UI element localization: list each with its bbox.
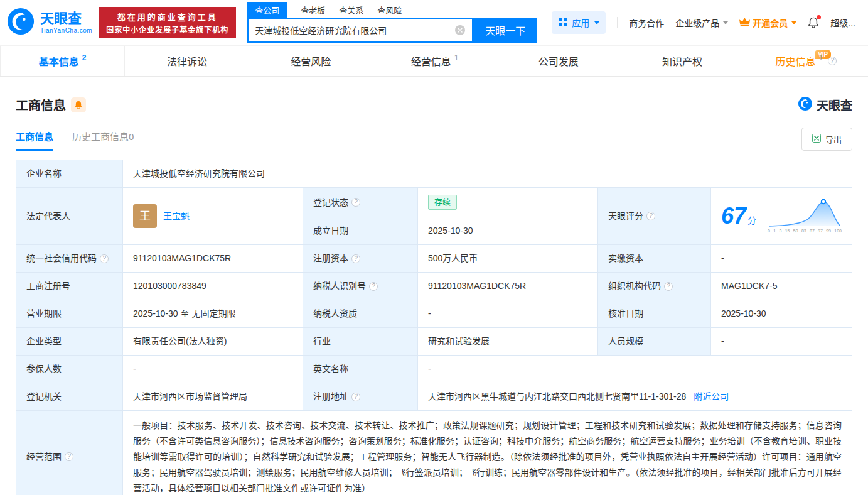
enterprise-label: 企业级产品	[675, 16, 719, 29]
help-icon[interactable]: ?	[351, 393, 360, 401]
industry-label: 行业	[313, 335, 331, 348]
search-tabs: 查公司 查老板 查关系 查风险	[247, 3, 537, 18]
reg-number-value-cell: 120103000783849	[123, 273, 303, 300]
cooperation-label: 商务合作	[629, 16, 664, 29]
org-code-label-cell: 组织机构代码?	[598, 273, 711, 300]
business-scope-label: 经营范围	[26, 450, 62, 464]
search-tab-risk[interactable]: 查风险	[377, 2, 402, 18]
establish-date-value-cell: 2025-10-30	[418, 217, 598, 245]
help-icon[interactable]: ?	[65, 452, 73, 461]
help-icon[interactable]: ?	[100, 254, 109, 263]
help-icon[interactable]: ?	[646, 212, 655, 220]
score-label: 天眼评分	[608, 210, 643, 223]
credit-code-label-cell: 统一社会信用代码?	[16, 245, 123, 273]
nav-open-vip[interactable]: 开通会员	[739, 16, 796, 29]
search-input[interactable]	[249, 25, 454, 35]
score-distribution-chart: 013155083879799100	[768, 197, 842, 235]
main-content: 工商信息 天眼查 工商信息 历史工商信息0 导出 企业名称	[0, 95, 868, 495]
search-button[interactable]: 天眼一下	[473, 18, 537, 43]
taxpayer-id-value: 91120103MAG1DCK75R	[428, 281, 526, 291]
reg-address-label: 注册地址	[313, 390, 348, 403]
tianyancha-logo-icon	[798, 96, 813, 114]
reg-authority-label-cell: 登记机关	[16, 383, 123, 411]
score-unit: 分	[747, 215, 756, 226]
nearby-companies-link[interactable]: 附近公司	[694, 391, 729, 401]
establish-date-label-cell: 成立日期	[303, 217, 418, 245]
help-icon[interactable]: ?	[351, 198, 360, 207]
reg-capital-value-cell: 500万人民币	[418, 245, 598, 273]
staff-size-label-cell: 人员规模	[598, 328, 711, 356]
reg-authority-value-cell: 天津市河西区市场监督管理局	[123, 383, 303, 411]
chevron-down-icon	[723, 21, 728, 24]
nav-enterprise-products[interactable]: 企业级产品	[675, 16, 728, 29]
taxpayer-id-label: 纳税人识别号	[313, 280, 366, 293]
legal-rep-avatar[interactable]: 王	[133, 204, 157, 228]
english-name-label: 英文名称	[313, 362, 348, 376]
search-tab-boss[interactable]: 查老板	[301, 2, 325, 18]
tab-history-info[interactable]: VIP 历史信息 1 ?	[744, 46, 868, 76]
company-name-value-cell: 天津城投低空经济研究院有限公司	[123, 160, 852, 188]
legal-rep-link[interactable]: 王宝魁	[163, 210, 190, 223]
reg-address-value: 天津市河西区黑牛城道与内江北路交口西北侧七贤南里11-1-301-28	[428, 391, 686, 401]
help-icon[interactable]: ?	[369, 282, 378, 291]
reg-capital-label: 注册资本	[313, 252, 348, 265]
paid-capital-value-cell: -	[711, 245, 852, 273]
org-code-label: 组织机构代码	[608, 280, 661, 293]
table-row: 统一社会信用代码? 91120103MAG1DCK75R 注册资本? 500万人…	[16, 245, 852, 273]
chevron-down-icon	[594, 21, 599, 24]
search-box	[247, 18, 473, 43]
tab-operation-info[interactable]: 经营信息 1	[373, 46, 496, 76]
search-tab-company[interactable]: 查公司	[247, 2, 287, 18]
promo-line2: 国家中小企业发展子基金旗下机构	[106, 24, 228, 35]
org-code-value: MAG1DCK7-5	[721, 281, 777, 291]
apps-label: 应用	[572, 16, 589, 29]
search-tab-relation[interactable]: 查关系	[339, 2, 363, 18]
insured-count-label: 参保人数	[26, 362, 62, 376]
nav-cooperation[interactable]: 商务合作	[629, 16, 664, 29]
table-row: 参保人数 - 英文名称 -	[16, 356, 852, 383]
paid-capital-value: -	[721, 253, 724, 263]
company-type-value: 有限责任公司(法人独资)	[133, 336, 227, 346]
notification-dot	[817, 15, 821, 19]
monitor-bell-icon[interactable]	[71, 97, 86, 112]
english-name-value-cell: -	[418, 356, 852, 383]
tab-history-info-label: 历史信息	[775, 53, 815, 68]
table-row: 工商注册号 120103000783849 纳税人识别号? 91120103MA…	[16, 273, 852, 300]
tab-company-development[interactable]: 公司发展	[496, 46, 620, 76]
help-icon[interactable]: ?	[351, 254, 360, 263]
tab-operation-risk[interactable]: 经营风险	[249, 46, 373, 76]
score-axis-labels: 013155083879799100	[768, 228, 842, 235]
tianyancha-logo[interactable]: 天眼查 TianYanCha.com	[6, 7, 92, 38]
business-scope-label-cell: 经营范围?	[16, 411, 123, 495]
reg-capital-label-cell: 注册资本?	[303, 245, 418, 273]
business-term-value-cell: 2025-10-30 至 无固定期限	[123, 300, 303, 328]
subtab-business-info[interactable]: 工商信息	[16, 129, 53, 151]
reg-status-label-cell: 登记状态?	[303, 188, 418, 217]
open-vip-label: 开通会员	[753, 16, 788, 29]
notification-bell[interactable]	[808, 17, 819, 28]
chevron-down-icon	[791, 21, 796, 24]
reg-number-value: 120103000783849	[133, 281, 206, 291]
watermark-brand: 天眼查	[798, 96, 852, 114]
business-term-label-cell: 营业期限	[16, 300, 123, 328]
nav-user-account[interactable]: 超级...	[830, 16, 855, 29]
apps-grid-icon	[558, 17, 568, 29]
help-icon[interactable]: ?	[664, 282, 673, 291]
tab-legal-litigation[interactable]: 法律诉讼	[125, 46, 249, 76]
promo-line1: 都在用的商业查询工具	[106, 11, 228, 23]
subtab-history-business-info[interactable]: 历史工商信息0	[72, 129, 134, 151]
export-button[interactable]: 导出	[801, 128, 852, 151]
top-header: 天眼查 TianYanCha.com 都在用的商业查询工具 国家中小企业发展子基…	[0, 0, 868, 45]
tab-intellectual-property[interactable]: 知识产权	[620, 46, 744, 76]
clear-search-icon[interactable]	[454, 24, 466, 36]
company-detail-tabs: 基本信息 2 法律诉讼 经营风险 经营信息 1 公司发展 知识产权 VIP 历史…	[0, 45, 868, 77]
insured-count-value: -	[133, 364, 136, 374]
table-row: 经营范围? 一般项目：技术服务、技术开发、技术咨询、技术交流、技术转让、技术推广…	[16, 411, 852, 495]
top-nav: 应用 商务合作 企业级产品 开通会员 超级...	[552, 11, 855, 34]
establish-date-value: 2025-10-30	[428, 226, 473, 236]
business-term-value: 2025-10-30 至 无固定期限	[133, 308, 235, 318]
reg-authority-value: 天津市河西区市场监督管理局	[133, 391, 247, 401]
apps-menu[interactable]: 应用	[552, 11, 606, 34]
tab-operation-risk-label: 经营风险	[291, 53, 331, 68]
tab-basic-info[interactable]: 基本信息 2	[0, 46, 125, 76]
